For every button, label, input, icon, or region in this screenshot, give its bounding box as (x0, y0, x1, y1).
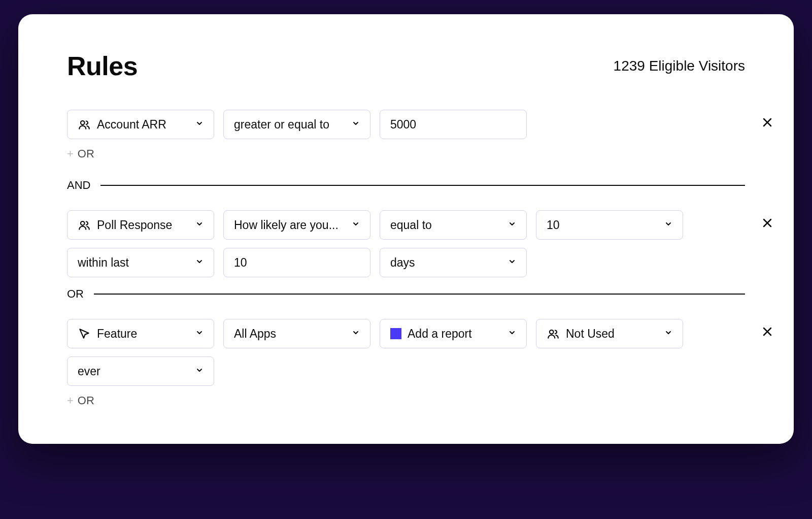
separator-line (100, 185, 745, 186)
chevron-down-icon (195, 257, 204, 268)
add-or-button[interactable]: + OR (67, 394, 745, 407)
usage-label: Not Used (566, 327, 658, 341)
remove-rule-button[interactable] (759, 323, 775, 342)
people-icon (78, 218, 91, 232)
remove-rule-button[interactable] (759, 214, 775, 234)
rule-row: Poll Response How likely are you... equa… (67, 210, 745, 240)
page-title: Rules (67, 51, 138, 81)
timeframe-label: within last (78, 256, 189, 270)
remove-rule-button[interactable] (759, 114, 775, 133)
attribute-select[interactable]: Account ARR (67, 110, 214, 139)
rule-row: ever (67, 356, 745, 386)
chevron-down-icon (664, 329, 672, 339)
close-icon (761, 324, 773, 341)
svg-point-1 (81, 221, 85, 225)
chevron-down-icon (352, 220, 360, 231)
add-or-label: OR (78, 394, 94, 407)
add-or-label: OR (78, 147, 94, 160)
and-separator: AND (67, 179, 745, 192)
people-icon (547, 327, 560, 340)
eligible-label: Eligible Visitors (649, 58, 745, 74)
operator-label: greater or equal to (234, 118, 346, 132)
timeframe-select[interactable]: within last (67, 248, 214, 277)
close-icon (761, 215, 773, 232)
duration-value: 10 (234, 256, 360, 270)
chevron-down-icon (352, 119, 360, 130)
rules-body: Account ARR greater or equal to 5000 + (67, 110, 745, 407)
operator-select[interactable]: equal to (380, 210, 527, 240)
or-separator: OR (67, 287, 745, 301)
rule-row: within last 10 days (67, 248, 745, 277)
attribute-select[interactable]: Feature (67, 319, 214, 348)
poll-question-select[interactable]: How likely are you... (223, 210, 370, 240)
people-icon (78, 118, 91, 131)
chevron-down-icon (508, 257, 516, 268)
value-select[interactable]: 10 (536, 210, 683, 240)
or-label: OR (67, 287, 84, 301)
separator-line (94, 294, 745, 295)
rules-card: Rules 1239 Eligible Visitors Account ARR (18, 14, 794, 444)
operator-select[interactable]: greater or equal to (223, 110, 370, 139)
chevron-down-icon (195, 220, 204, 231)
operator-label: equal to (390, 218, 502, 232)
rule-row: Feature All Apps Add a report (67, 319, 745, 348)
chevron-down-icon (195, 119, 204, 130)
chevron-down-icon (195, 366, 204, 377)
attribute-label: Feature (97, 327, 189, 341)
rule-group-2: Poll Response How likely are you... equa… (67, 210, 745, 277)
eligible-count: 1239 (614, 58, 645, 74)
usage-select[interactable]: Not Used (536, 319, 683, 348)
value-label: 10 (547, 218, 658, 232)
header: Rules 1239 Eligible Visitors (67, 51, 745, 81)
eligible-visitors: 1239 Eligible Visitors (614, 58, 745, 74)
duration-input[interactable]: 10 (223, 248, 370, 277)
chevron-down-icon (664, 220, 672, 231)
chevron-down-icon (508, 329, 516, 339)
timeframe-label: ever (78, 365, 189, 378)
feature-color-swatch (390, 328, 401, 339)
add-or-button[interactable]: + OR (67, 147, 745, 160)
svg-point-0 (81, 121, 85, 125)
chevron-down-icon (508, 220, 516, 231)
and-label: AND (67, 179, 90, 192)
unit-label: days (390, 256, 502, 270)
app-label: All Apps (234, 327, 346, 341)
rule-group-3: Feature All Apps Add a report (67, 319, 745, 407)
attribute-label: Account ARR (97, 118, 189, 132)
feature-select[interactable]: Add a report (380, 319, 527, 348)
feature-label: Add a report (408, 327, 502, 341)
plus-icon: + (67, 147, 74, 160)
chevron-down-icon (352, 329, 360, 339)
rule-row: Account ARR greater or equal to 5000 (67, 110, 745, 139)
close-icon (761, 115, 773, 132)
unit-select[interactable]: days (380, 248, 527, 277)
svg-point-2 (550, 330, 554, 334)
poll-question-label: How likely are you... (234, 218, 346, 232)
value-text: 5000 (390, 118, 516, 132)
chevron-down-icon (195, 329, 204, 339)
attribute-label: Poll Response (97, 218, 189, 232)
attribute-select[interactable]: Poll Response (67, 210, 214, 240)
plus-icon: + (67, 394, 74, 407)
cursor-icon (78, 327, 91, 340)
app-select[interactable]: All Apps (223, 319, 370, 348)
rule-group-1: Account ARR greater or equal to 5000 + (67, 110, 745, 160)
value-input[interactable]: 5000 (380, 110, 527, 139)
timeframe-select[interactable]: ever (67, 356, 214, 386)
